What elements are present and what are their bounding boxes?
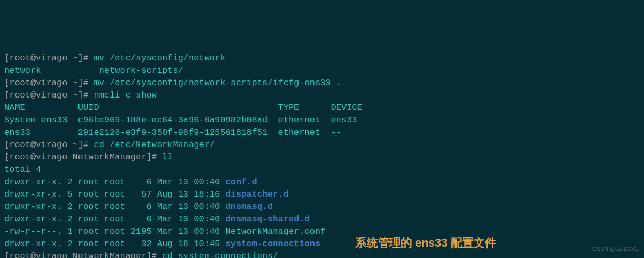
watermark: CSDN @JL-LOVE (592, 243, 639, 255)
terminal-output[interactable]: [root@virago ~]# mv /etc/sysconfig/netwo… (4, 52, 640, 258)
annotation-text: 系统管理的 ens33 配置文件 (355, 237, 496, 249)
